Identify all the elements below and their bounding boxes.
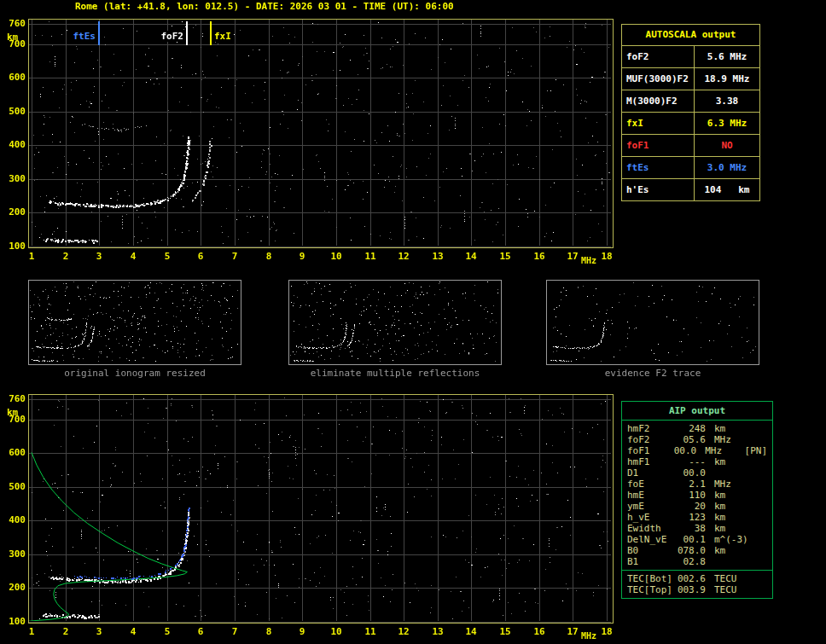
aip-param-name: DelN_vE: [627, 534, 677, 545]
caption-f2-trace: evidence F2 trace: [546, 368, 759, 379]
thumb-original-ionogram: [28, 280, 241, 365]
x-tick-label: 5: [156, 251, 178, 262]
aip-param-value: 00.0: [671, 445, 696, 456]
aip-table-title: AIP output: [622, 402, 772, 421]
x-tick-label: 17: [561, 626, 584, 637]
autoscala-row-ftes: ftEs 3.0 MHz: [622, 157, 759, 179]
aip-param-name: hmF1: [627, 456, 677, 467]
y-tick-label: 500: [3, 481, 26, 492]
aip-param-note: [755, 512, 767, 523]
autoscala-row-label: MUF(3000)F2: [622, 68, 695, 90]
aip-param-value: 002.6: [677, 573, 706, 584]
x-tick-label: 18: [596, 626, 618, 637]
x-tick-label: 7: [224, 251, 246, 262]
aip-row-d1: D1 00.0: [622, 467, 772, 479]
x-tick-label: 15: [494, 251, 516, 262]
y-tick-label: 760: [3, 18, 26, 29]
y-tick-label: 600: [3, 447, 26, 458]
aip-param-name: foE: [627, 479, 677, 490]
y-tick-label: 700: [3, 414, 26, 425]
autoscala-table-title: AUTOSCALA output: [622, 25, 759, 46]
aip-param-value: 20: [677, 501, 706, 512]
x-tick-label: 13: [427, 251, 449, 262]
aip-row-hmf1: hmF1 --- km: [622, 456, 772, 467]
y-tick-label: 500: [3, 106, 26, 117]
x-tick-label: 3: [88, 251, 110, 262]
y-tick-label: 300: [3, 548, 26, 560]
x-tick-label: 10: [325, 251, 347, 262]
aip-param-unit: MHz: [706, 434, 755, 445]
aip-param-value: 248: [677, 423, 706, 434]
aip-row-ewidth: Ewidth 38 km: [622, 523, 772, 534]
aip-param-value: 38: [677, 523, 706, 534]
aip-param-note: [755, 423, 767, 434]
aip-param-note: [PN]: [742, 445, 768, 456]
x-tick-label: 13: [427, 626, 449, 637]
aip-tec-separator: [622, 570, 772, 571]
aip-param-value: 123: [677, 512, 706, 523]
autoscala-row-label: h'Es: [622, 179, 695, 200]
caption-original-ionogram: original ionogram resized: [28, 368, 241, 379]
aip-output-table: AIP output hmF2 248 km foF2 05.6 MHz foF…: [621, 401, 773, 599]
aip-param-note: [755, 434, 767, 445]
y-tick-label: 760: [3, 393, 26, 404]
y-tick-label: 400: [3, 514, 26, 525]
aip-param-note: [755, 490, 767, 501]
aip-param-value: 078.0: [677, 545, 706, 556]
aip-param-note: [755, 467, 767, 479]
aip-param-unit: TECU: [706, 584, 755, 595]
aip-param-value: 05.6: [677, 434, 706, 445]
autoscala-row-label: foF2: [622, 46, 695, 67]
aip-param-unit: MHz: [706, 479, 755, 490]
aip-param-value: ---: [677, 456, 706, 467]
aip-row-b1: B1 02.8: [622, 556, 772, 567]
autoscala-row-value: NO: [695, 135, 759, 156]
aip-row-hme: hmE 110 km: [622, 490, 772, 501]
aip-param-note: [755, 584, 767, 595]
x-tick-label: 7: [224, 626, 246, 637]
aip-param-unit: km: [706, 501, 755, 512]
y-tick-label: 200: [3, 582, 26, 593]
x-tick-label: 3: [88, 626, 110, 637]
x-tick-label: 8: [258, 251, 280, 262]
y-tick-label: 100: [3, 616, 26, 627]
autoscala-row-muf: MUF(3000)F2 18.9 MHz: [622, 68, 759, 90]
aip-param-unit: km: [706, 456, 755, 467]
aip-param-value: 2.1: [677, 479, 706, 490]
x-tick-label: 16: [528, 251, 550, 262]
x-tick-label: 15: [494, 626, 516, 637]
aip-row-hmf2: hmF2 248 km: [622, 423, 772, 434]
aip-param-unit: [706, 556, 755, 567]
page-title: Rome (lat: +41.8, lon: 012.5) - DATE: 20…: [75, 1, 454, 12]
x-tick-label: 12: [393, 626, 415, 637]
caption-multiple-reflections: eliminate multiple reflections: [288, 368, 502, 379]
aip-param-name: Ewidth: [627, 523, 677, 534]
autoscala-row-m3000: M(3000)F2 3.38: [622, 90, 759, 113]
y-tick-label: 300: [3, 173, 26, 184]
x-tick-label: 11: [359, 251, 381, 262]
y-tick-label: 100: [3, 241, 26, 252]
x-tick-label: 1: [20, 251, 43, 262]
autoscala-row-fof1: foF1 NO: [622, 135, 759, 157]
aip-param-unit: km: [706, 545, 755, 556]
aip-param-name: hmF2: [627, 423, 677, 434]
aip-row-yme: ymE 20 km: [622, 501, 772, 512]
x-tick-label: 11: [359, 626, 381, 637]
aip-param-unit: km: [706, 512, 755, 523]
autoscala-row-value: 104 km: [695, 179, 759, 200]
x-tick-label: 8: [258, 626, 280, 637]
x-tick-label: 16: [528, 626, 550, 637]
aip-param-note: [755, 501, 767, 512]
aip-param-name: TEC[Bot]: [627, 573, 677, 584]
x-tick-label: 1: [20, 626, 43, 637]
x-tick-label: 2: [55, 251, 77, 262]
x-tick-label: 5: [156, 626, 178, 637]
marker-label-ftes: ftEs: [73, 31, 97, 42]
top-ionogram-plot: [28, 19, 614, 248]
x-tick-label: 18: [596, 251, 618, 262]
aip-param-value: 00.0: [677, 467, 706, 479]
aip-param-name: foF1: [627, 445, 671, 456]
aip-param-value: 110: [677, 490, 706, 501]
x-tick-label: 14: [460, 251, 482, 262]
y-tick-label: 200: [3, 206, 26, 218]
